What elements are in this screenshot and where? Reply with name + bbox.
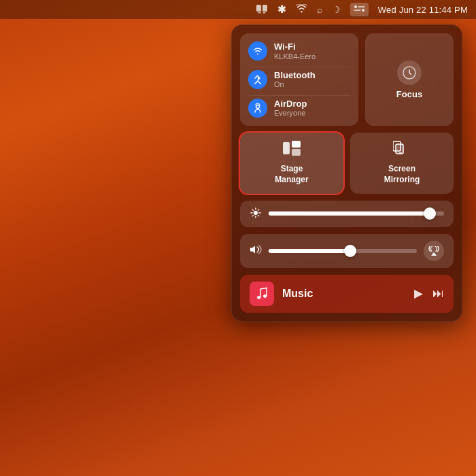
focus-label: Focus bbox=[396, 89, 422, 99]
svg-rect-1 bbox=[262, 5, 267, 12]
wifi-label: Wi-Fi bbox=[274, 41, 316, 52]
wifi-item[interactable]: Wi-Fi KLKB4-Eero bbox=[248, 39, 350, 64]
bluetooth-sublabel: On bbox=[274, 80, 316, 89]
music-section[interactable]: Music ▶ ⏭ bbox=[240, 275, 454, 313]
airplay-button[interactable] bbox=[424, 241, 444, 261]
bluetooth-item[interactable]: Bluetooth On bbox=[248, 67, 350, 92]
stage-manager-label: StageManager bbox=[275, 164, 308, 185]
bluetooth-menubar-icon[interactable]: ✱ bbox=[277, 3, 286, 16]
sound-section bbox=[240, 234, 454, 268]
display-section bbox=[240, 201, 454, 227]
svg-rect-3 bbox=[262, 12, 265, 14]
svg-line-22 bbox=[258, 215, 258, 216]
svg-line-24 bbox=[252, 215, 253, 216]
sound-slider-row bbox=[250, 241, 444, 261]
svg-rect-5 bbox=[358, 6, 364, 7]
volume-icon bbox=[250, 245, 262, 256]
music-label: Music bbox=[282, 288, 406, 300]
moon-menubar-icon[interactable]: ☽ bbox=[332, 4, 341, 15]
play-button[interactable]: ▶ bbox=[414, 286, 423, 301]
menubar-right: ✱ ⌕ ☽ Wed Jun 22 11:44 PM bbox=[256, 3, 468, 16]
volume-fill bbox=[269, 249, 350, 253]
svg-rect-15 bbox=[399, 152, 402, 154]
svg-rect-14 bbox=[396, 144, 403, 154]
svg-rect-11 bbox=[292, 141, 301, 148]
display-slider-row bbox=[250, 207, 444, 220]
search-menubar-icon[interactable]: ⌕ bbox=[317, 4, 322, 15]
volume-thumb[interactable] bbox=[344, 245, 356, 257]
svg-line-23 bbox=[258, 209, 258, 210]
music-app-icon bbox=[250, 282, 274, 306]
wifi-sublabel: KLKB4-Eero bbox=[274, 52, 316, 61]
cc-mid-row: StageManager ScreenMirroring bbox=[240, 133, 454, 193]
stage-manager-icon bbox=[283, 141, 301, 160]
svg-rect-0 bbox=[256, 5, 261, 12]
airdrop-label: AirDrop bbox=[274, 99, 307, 109]
airdrop-sublabel: Everyone bbox=[274, 109, 307, 118]
screen-mirroring-label: ScreenMirroring bbox=[384, 164, 420, 185]
svg-point-6 bbox=[362, 9, 364, 12]
airdrop-icon bbox=[248, 99, 267, 118]
brightness-fill bbox=[269, 211, 430, 216]
music-controls: ▶ ⏭ bbox=[414, 286, 444, 301]
brightness-thumb[interactable] bbox=[424, 207, 436, 220]
bluetooth-text: Bluetooth On bbox=[274, 70, 316, 90]
control-center-panel: Wi-Fi KLKB4-Eero Bluetooth On bbox=[231, 24, 462, 322]
focus-icon bbox=[397, 61, 422, 85]
stage-manager-tile[interactable]: StageManager bbox=[240, 133, 343, 193]
fast-forward-button[interactable]: ⏭ bbox=[432, 287, 444, 301]
svg-point-16 bbox=[254, 211, 258, 215]
wifi-text: Wi-Fi KLKB4-Eero bbox=[274, 41, 316, 61]
menubar-datetime: Wed Jun 22 11:44 PM bbox=[378, 5, 468, 15]
svg-rect-2 bbox=[258, 12, 260, 14]
screen-mirroring-icon bbox=[393, 141, 411, 160]
wifi-icon bbox=[248, 41, 267, 61]
svg-line-21 bbox=[252, 209, 253, 210]
bluetooth-label: Bluetooth bbox=[274, 70, 316, 81]
focus-tile[interactable]: Focus bbox=[365, 33, 454, 126]
svg-point-8 bbox=[256, 105, 260, 108]
svg-rect-12 bbox=[292, 149, 301, 156]
brightness-slider[interactable] bbox=[269, 211, 444, 216]
svg-rect-7 bbox=[354, 10, 360, 11]
bluetooth-icon bbox=[248, 70, 267, 89]
cc-top-row: Wi-Fi KLKB4-Eero Bluetooth On bbox=[240, 33, 454, 126]
volume-slider[interactable] bbox=[269, 249, 417, 253]
connectivity-block: Wi-Fi KLKB4-Eero Bluetooth On bbox=[240, 33, 358, 126]
control-center-menubar-icon[interactable] bbox=[350, 3, 369, 16]
brightness-icon bbox=[250, 207, 262, 220]
screen-mirroring-tile[interactable]: ScreenMirroring bbox=[350, 133, 454, 193]
mirror-menubar-icon[interactable] bbox=[256, 4, 268, 16]
menubar: ✱ ⌕ ☽ Wed Jun 22 11:44 PM bbox=[0, 0, 476, 19]
svg-point-4 bbox=[354, 5, 357, 8]
svg-rect-10 bbox=[283, 142, 290, 154]
wifi-menubar-icon[interactable] bbox=[296, 4, 307, 15]
airdrop-text: AirDrop Everyone bbox=[274, 99, 307, 118]
airdrop-item[interactable]: AirDrop Everyone bbox=[248, 95, 350, 121]
